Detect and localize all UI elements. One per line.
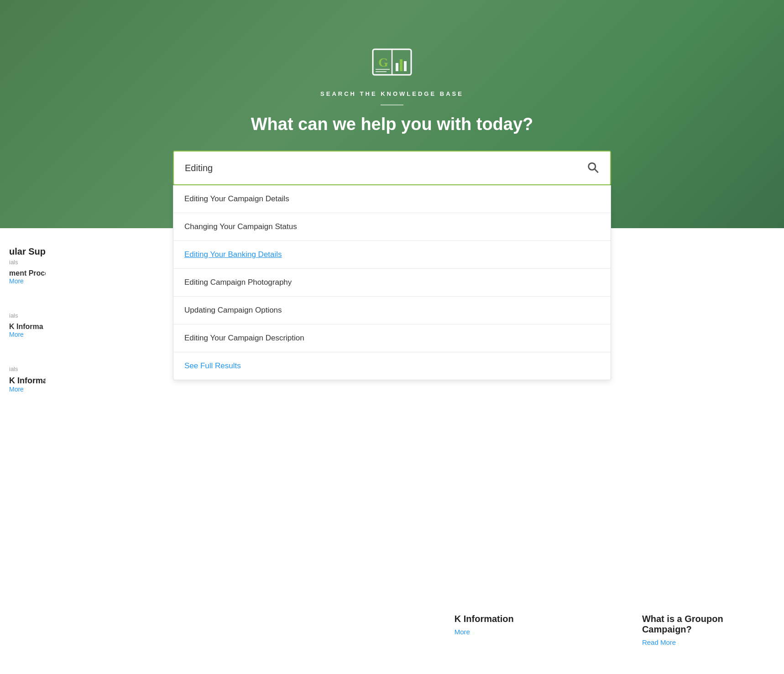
bottom-card-2-title: What is a Groupon Campaign?	[642, 614, 738, 635]
bottom-card-1-title: K Information	[455, 614, 551, 624]
sidebar-section-1: ular Supp ials ment Proce More	[9, 246, 46, 285]
sidebar-section-3-subtitle: ials	[9, 366, 46, 372]
sidebar-section-3-link[interactable]: More	[9, 386, 46, 393]
dropdown-item-4[interactable]: Editing Campaign Photography	[173, 269, 611, 297]
dropdown-item-3[interactable]: Editing Your Banking Details	[173, 241, 611, 269]
bottom-card-1-link[interactable]: More	[455, 628, 470, 636]
bottom-card-2-link[interactable]: Read More	[642, 638, 676, 646]
sidebar-section-2-link[interactable]: More	[9, 331, 46, 338]
dropdown-item-5[interactable]: Updating Campaign Options	[173, 297, 611, 324]
bottom-cards: K Information More What is a Groupon Cam…	[455, 614, 738, 647]
see-full-results[interactable]: See Full Results	[173, 352, 611, 380]
dropdown-item-1[interactable]: Editing Your Campaign Details	[173, 185, 611, 213]
svg-text:G: G	[378, 55, 388, 69]
hero-title: What can we help you with today?	[251, 115, 533, 134]
search-icon	[586, 161, 599, 174]
hero-subtitle: SEARCH THE KNOWLEDGE BASE	[320, 90, 464, 97]
sidebar-section-2: ials K Informa More	[9, 312, 46, 338]
svg-line-9	[595, 169, 598, 173]
search-container: Editing Your Campaign Details Changing Y…	[173, 151, 611, 185]
sidebar-section-2-detail: K Informa	[9, 323, 46, 331]
sidebar-section-2-subtitle: ials	[9, 312, 46, 319]
hero-divider	[381, 104, 403, 105]
hero-section: G SEARCH THE KNOWLEDGE BASE What can we …	[0, 0, 784, 228]
sidebar-section-1-title: ular Supp	[9, 246, 46, 257]
dropdown-item-6[interactable]: Editing Your Campaign Description	[173, 324, 611, 352]
search-input-wrapper	[173, 151, 611, 185]
svg-rect-3	[396, 63, 398, 71]
svg-rect-5	[404, 61, 407, 71]
sidebar-section-1-detail: ment Proce	[9, 269, 46, 277]
search-button[interactable]	[583, 157, 603, 179]
search-dropdown: Editing Your Campaign Details Changing Y…	[173, 185, 611, 380]
brand-logo: G	[369, 43, 415, 79]
search-input[interactable]	[174, 152, 610, 184]
svg-rect-4	[400, 59, 402, 71]
bottom-card-2: What is a Groupon Campaign? Read More	[642, 614, 738, 647]
bottom-card-1: K Information More	[455, 614, 551, 647]
sidebar-section-3-detail: K Information	[9, 376, 46, 386]
sidebar-section-1-link[interactable]: More	[9, 277, 46, 285]
dropdown-item-2[interactable]: Changing Your Campaign Status	[173, 213, 611, 241]
sidebar-section-1-subtitle: ials	[9, 259, 46, 266]
sidebar-section-3: ials K Information More	[9, 366, 46, 393]
svg-point-8	[589, 163, 596, 170]
left-sidebar: ular Supp ials ment Proce More ials K In…	[0, 228, 55, 439]
